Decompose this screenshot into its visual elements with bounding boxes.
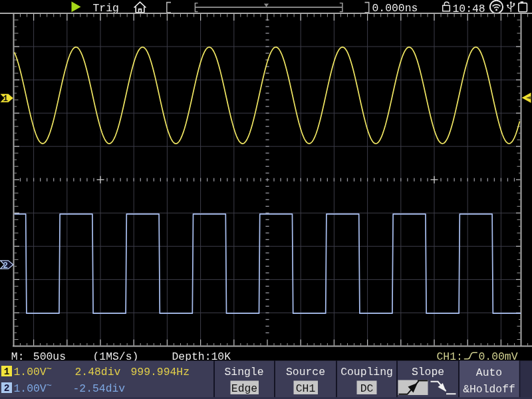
svg-text:1: 1 <box>3 94 8 104</box>
svg-text:Source: Source <box>286 366 325 378</box>
svg-text:1.00V: 1.00V <box>14 382 47 395</box>
svg-text:2.48div: 2.48div <box>75 366 121 378</box>
svg-text:2: 2 <box>4 383 10 394</box>
svg-text:Single: Single <box>224 366 263 378</box>
svg-text:~: ~ <box>47 380 52 391</box>
svg-text:Edge: Edge <box>231 382 257 395</box>
svg-text:CH1: CH1 <box>296 382 316 395</box>
svg-text:Slope: Slope <box>412 366 444 378</box>
svg-text:Coupling: Coupling <box>340 366 393 378</box>
svg-text:2: 2 <box>3 261 8 271</box>
svg-text:~: ~ <box>47 364 52 374</box>
svg-text:-2.54div: -2.54div <box>73 382 126 395</box>
svg-text:999.994Hz: 999.994Hz <box>131 366 190 378</box>
svg-text:&Holdoff: &Holdoff <box>463 383 515 396</box>
svg-text:1: 1 <box>4 366 10 377</box>
svg-text:DC: DC <box>360 382 374 395</box>
svg-text:Auto: Auto <box>476 366 502 379</box>
svg-text:1.00V: 1.00V <box>14 366 47 378</box>
